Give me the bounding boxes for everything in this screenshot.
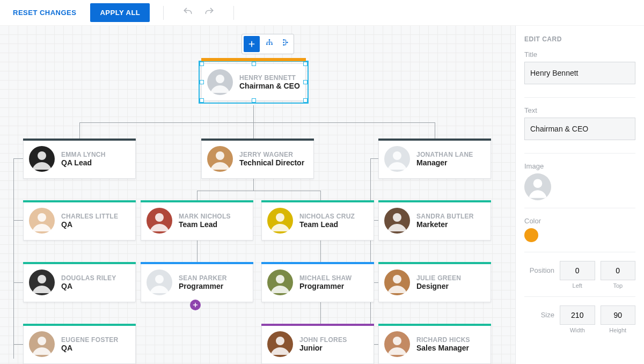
size-width-input[interactable] (560, 305, 595, 325)
svg-point-11 (38, 151, 46, 160)
color-bar (378, 324, 491, 326)
card-sandra[interactable]: SANDRA BUTLERMarketer (378, 200, 491, 241)
card-tech-director[interactable]: JERRY WAGNERTechnical Director (201, 139, 314, 179)
avatar (267, 270, 293, 295)
svg-point-2 (269, 43, 270, 45)
size-height-input[interactable] (601, 305, 636, 325)
top-toolbar: RESET CHANGES APPLY ALL (0, 0, 644, 26)
divider (524, 97, 635, 98)
divider (524, 252, 635, 252)
avatar (384, 270, 410, 295)
position-left-input[interactable] (560, 261, 595, 280)
card-john[interactable]: JOHN FLORESJunior (261, 324, 374, 364)
image-preview[interactable] (524, 173, 551, 200)
svg-point-0 (269, 39, 270, 41)
branch-icon (281, 38, 290, 47)
color-bar (23, 262, 136, 264)
card-nick[interactable]: NICHOLAS CRUZTeam Lead (261, 200, 374, 241)
color-bar (23, 139, 136, 141)
avatar (207, 146, 233, 172)
add-node-button[interactable] (244, 36, 260, 52)
undo-button[interactable] (177, 3, 199, 22)
card-charles[interactable]: CHARLES LITTLEQA (23, 200, 136, 241)
card-sean[interactable]: SEAN PARKERProgrammer (141, 262, 253, 302)
hierarchy-icon (265, 38, 274, 47)
svg-point-19 (155, 213, 164, 222)
card-name: NICHOLAS CRUZ (299, 213, 355, 220)
avatar (29, 146, 55, 172)
svg-point-15 (393, 151, 401, 160)
avatar-icon (524, 173, 551, 200)
redo-button[interactable] (199, 3, 220, 22)
card-ceo[interactable]: HENRY BENNETT Chairman & CEO (201, 63, 306, 101)
plus-icon (192, 302, 199, 308)
card-julie[interactable]: JULIE GREENDesigner (378, 262, 491, 302)
divider (524, 296, 635, 297)
title-input[interactable] (524, 62, 635, 84)
avatar (384, 208, 410, 234)
add-child-button[interactable] (190, 300, 201, 310)
color-bar (141, 262, 253, 264)
svg-point-17 (38, 213, 46, 222)
redo-icon (204, 6, 215, 17)
height-sublabel: Height (601, 327, 636, 333)
position-row: Position Left Top (524, 261, 635, 289)
card-richard[interactable]: RICHARD HICKSSales Manager (378, 324, 491, 364)
canvas[interactable]: HENRY BENNETT Chairman & CEO EMMA LYNCHQ… (0, 26, 515, 364)
hierarchy-button[interactable] (261, 34, 277, 50)
undo-icon (182, 6, 193, 17)
card-name: DOUGLAS RILEY (61, 274, 116, 282)
card-role: Manager (416, 158, 473, 167)
svg-point-25 (38, 275, 46, 283)
color-label: Color (524, 217, 635, 225)
avatar (267, 331, 293, 357)
svg-point-3 (271, 43, 273, 45)
color-bar (261, 324, 374, 326)
position-top-input[interactable] (601, 261, 636, 280)
card-douglas[interactable]: DOUGLAS RILEYQA (23, 262, 136, 302)
svg-point-5 (283, 42, 284, 43)
plus-icon (247, 40, 256, 48)
card-eugene[interactable]: EUGENE FOSTERQA (23, 324, 136, 364)
avatar (29, 208, 55, 234)
apply-all-button[interactable]: APPLY ALL (90, 3, 150, 22)
card-role: Technical Director (239, 158, 304, 167)
color-swatch[interactable] (524, 228, 538, 242)
card-name: CHARLES LITTLE (61, 213, 118, 220)
card-name: EUGENE FOSTER (61, 336, 119, 344)
avatar (207, 69, 233, 95)
color-bar (23, 324, 136, 326)
card-name: SANDRA BUTLER (416, 213, 474, 220)
branch-button[interactable] (277, 34, 294, 50)
svg-point-9 (216, 75, 224, 83)
reset-changes-button[interactable]: RESET CHANGES (9, 3, 80, 22)
color-bar (378, 200, 491, 202)
selection-color-bar (201, 58, 306, 61)
title-label: Title (524, 50, 635, 59)
size-row: Size Width Height (524, 305, 635, 333)
card-name: JONATHAN LANE (416, 151, 473, 158)
avatar (267, 208, 293, 234)
text-input[interactable] (524, 118, 635, 140)
card-michael[interactable]: MICHAEL SHAWProgrammer (261, 262, 374, 302)
svg-point-13 (216, 151, 224, 160)
color-bar (201, 139, 314, 141)
card-qa-lead[interactable]: EMMA LYNCHQA Lead (23, 139, 136, 179)
svg-point-35 (276, 337, 284, 345)
card-role: Programmer (179, 282, 227, 290)
svg-point-33 (38, 337, 46, 345)
card-role: QA (61, 282, 116, 290)
panel-heading: EDIT CARD (524, 35, 635, 43)
avatar (384, 331, 410, 357)
card-mark[interactable]: MARK NICHOLSTeam Lead (141, 200, 253, 241)
size-label: Size (524, 305, 554, 319)
separator (163, 6, 164, 20)
card-role: Programmer (299, 282, 352, 290)
card-manager[interactable]: JONATHAN LANEManager (378, 139, 491, 179)
color-bar (23, 200, 136, 202)
card-role: Sales Manager (416, 344, 470, 352)
svg-point-21 (276, 213, 284, 222)
card-name: RICHARD HICKS (416, 336, 470, 344)
text-label: Text (524, 106, 635, 114)
svg-point-6 (283, 44, 284, 46)
